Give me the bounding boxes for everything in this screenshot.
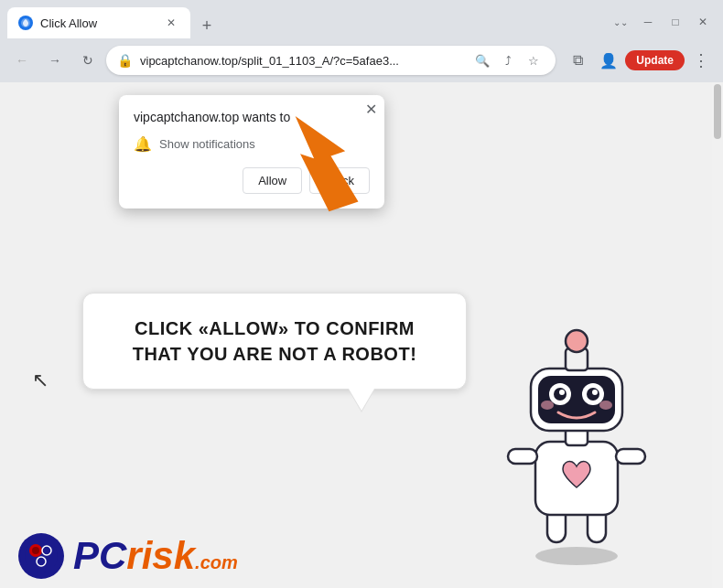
scrollbar-thumb[interactable] xyxy=(714,84,721,139)
tab-close-button[interactable]: ✕ xyxy=(163,15,179,31)
window-controls: ⌄⌄ ─ □ ✕ xyxy=(608,9,716,38)
svg-point-21 xyxy=(599,401,612,410)
new-tab-button[interactable]: + xyxy=(194,13,220,38)
pcrisk-brand-text: PC risk .com xyxy=(73,537,238,575)
lock-icon: 🔒 xyxy=(117,53,133,68)
share-icon[interactable]: ⤴ xyxy=(497,49,519,71)
mouse-cursor: ↖ xyxy=(32,370,49,390)
reload-button[interactable]: ↻ xyxy=(73,46,103,75)
tab-overflow-button[interactable]: ⌄⌄ xyxy=(608,9,633,35)
menu-icon[interactable]: ⋮ xyxy=(686,46,716,75)
svg-point-25 xyxy=(42,546,51,555)
pcrisk-icon xyxy=(18,533,64,579)
bubble-text: CLICK «ALLOW» TO CONFIRM THAT YOU ARE NO… xyxy=(111,315,438,367)
pcrisk-logo: PC risk .com xyxy=(18,533,238,579)
address-bar: ← → ↻ 🔒 vipcaptchanow.top/split_01_1103_… xyxy=(0,38,723,82)
url-bar[interactable]: 🔒 vipcaptchanow.top/split_01_1103_A/?c=5… xyxy=(106,46,556,75)
minimize-button[interactable]: ─ xyxy=(635,9,661,35)
svg-marker-2 xyxy=(297,119,357,210)
svg-point-18 xyxy=(559,390,565,395)
svg-point-22 xyxy=(25,540,58,572)
back-button[interactable]: ← xyxy=(7,46,37,75)
svg-point-19 xyxy=(592,390,598,395)
svg-point-24 xyxy=(32,547,39,554)
bookmark-icon[interactable]: ☆ xyxy=(523,49,545,71)
search-icon[interactable]: 🔍 xyxy=(471,49,493,71)
svg-rect-7 xyxy=(508,449,537,464)
url-action-icons: 🔍 ⤴ ☆ xyxy=(471,49,545,71)
browser-window: Click Allow ✕ + ⌄⌄ ─ □ ✕ ← → ↻ 🔒 vipcapt… xyxy=(0,0,723,588)
orange-arrow xyxy=(256,110,375,232)
close-button[interactable]: ✕ xyxy=(690,9,716,35)
tab-bar: Click Allow ✕ + ⌄⌄ ─ □ ✕ xyxy=(0,0,723,38)
page-content: ✕ vipcaptchanow.top wants to 🔔 Show noti… xyxy=(0,82,723,588)
arrow-svg xyxy=(256,110,375,229)
speech-bubble: CLICK «ALLOW» TO CONFIRM THAT YOU ARE NO… xyxy=(82,293,467,390)
svg-point-20 xyxy=(541,401,554,410)
tab-favicon xyxy=(18,16,33,30)
maximize-button[interactable]: □ xyxy=(663,9,688,35)
tab-title: Click Allow xyxy=(40,16,156,30)
svg-rect-8 xyxy=(616,449,645,464)
pcrisk-icon-svg xyxy=(23,538,59,574)
forward-button[interactable]: → xyxy=(40,46,70,75)
svg-point-12 xyxy=(566,330,588,352)
url-text: vipcaptchanow.top/split_01_1103_A/?c=5af… xyxy=(140,54,464,68)
active-tab[interactable]: Click Allow ✕ xyxy=(7,7,190,38)
popup-notification-label: Show notifications xyxy=(159,137,255,151)
bell-icon: 🔔 xyxy=(134,135,152,153)
risk-text: risk xyxy=(126,537,195,575)
svg-rect-13 xyxy=(538,376,615,423)
update-button[interactable]: Update xyxy=(625,50,685,70)
scrollbar[interactable] xyxy=(712,82,723,588)
robot-illustration xyxy=(485,314,668,570)
svg-point-3 xyxy=(535,547,618,565)
robot-svg xyxy=(485,314,668,570)
toolbar-right: ⧉ 👤 Update ⋮ xyxy=(563,46,716,75)
tab-search-icon[interactable]: ⧉ xyxy=(563,46,592,75)
dotcom-text: .com xyxy=(195,552,238,573)
pc-text: PC xyxy=(73,537,126,575)
svg-point-26 xyxy=(37,557,46,566)
profile-icon[interactable]: 👤 xyxy=(594,46,623,75)
